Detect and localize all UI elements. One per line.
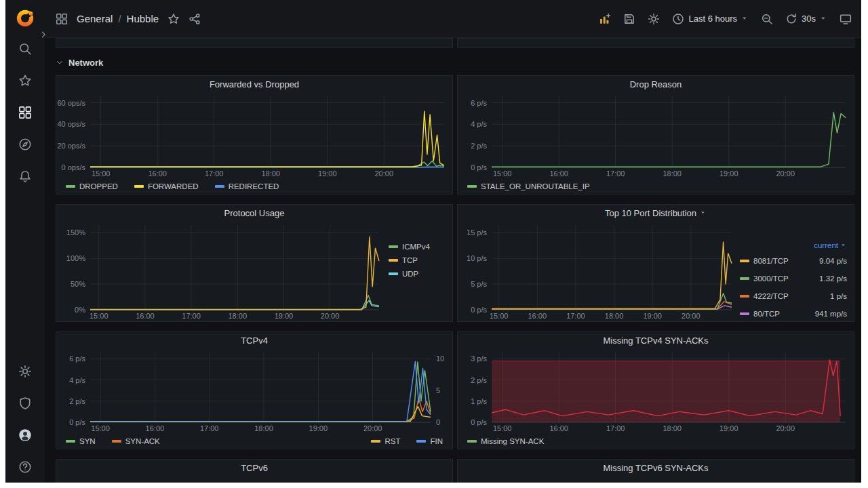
sidebar-item-configuration[interactable]: [5, 355, 45, 387]
legend-item-3000-tcp[interactable]: 3000/TCP1.32 p/s: [740, 272, 847, 285]
grafana-logo[interactable]: [15, 8, 35, 28]
star-dashboard-button[interactable]: [167, 13, 180, 25]
y-tick-label: 60 ops/s: [57, 99, 85, 107]
breadcrumb-folder[interactable]: General: [77, 13, 113, 24]
x-tick-label: 16:00: [549, 169, 568, 178]
chart: 15:0016:0017:0018:0019:0020:0060 ops/s40…: [56, 92, 452, 179]
sidebar-item-server-admin[interactable]: [5, 387, 45, 419]
panel-title[interactable]: TCPv6: [241, 463, 268, 473]
y-tick-label: 50%: [71, 280, 85, 288]
dashboard-squares-icon: [56, 13, 68, 25]
legend-item-8081-tcp[interactable]: 8081/TCP9.04 p/s: [740, 255, 847, 267]
legend-item-stale-or-unroutable-ip[interactable]: STALE_OR_UNROUTABLE_IP: [467, 182, 590, 190]
panel-title[interactable]: Drop Reason: [630, 79, 682, 89]
sidebar-item-profile[interactable]: [5, 419, 45, 451]
chart-canvas[interactable]: 15:0016:0017:0018:0019:0020:0060 ops/s40…: [56, 92, 452, 179]
y-tick-label: 4 p/s: [471, 120, 487, 128]
chart-canvas[interactable]: 15:0016:0017:0018:0019:0020:006 p/s4 p/s…: [458, 92, 854, 179]
add-panel-button[interactable]: [599, 13, 611, 25]
legend-swatch: [467, 185, 477, 188]
x-tick-label: 19:00: [719, 169, 738, 178]
y-tick-label: 2 p/s: [471, 376, 487, 384]
legend-item-dropped[interactable]: DROPPED: [66, 182, 118, 190]
sidebar-item-help[interactable]: [5, 451, 45, 483]
series-icmpv4: [90, 296, 379, 310]
sidebar-item-dashboards[interactable]: [5, 96, 45, 128]
y-tick-label: 6 p/s: [471, 99, 487, 107]
legend: Missing SYN-ACK: [458, 434, 854, 449]
chart: 15:0016:0017:0018:0019:0020:00150%100%50…: [56, 221, 387, 321]
bell-icon: [18, 169, 32, 183]
chart-canvas[interactable]: 15:0016:0017:0018:0019:0020:0015 p/s10 p…: [458, 221, 740, 321]
x-tick-label: 17:00: [606, 424, 625, 432]
legend-swatch: [389, 245, 398, 248]
gridlines: [90, 96, 444, 167]
legend-label: 8081/TCP: [753, 257, 789, 265]
row-header-network[interactable]: Network: [56, 54, 854, 71]
x-tick-label: 15:00: [91, 424, 110, 432]
x-tick-label: 16:00: [146, 424, 165, 432]
x-tick-label: 18:00: [605, 312, 624, 320]
series-3000-tcp: [492, 293, 732, 309]
panel-title[interactable]: TCPv4: [241, 336, 268, 346]
refresh-interval-label: 30s: [802, 14, 816, 24]
legend-item-tcp[interactable]: TCP: [389, 256, 450, 264]
gridlines: [90, 225, 379, 310]
series-syn: [90, 362, 431, 422]
series-syn-ack: [90, 398, 431, 422]
sidebar-collapse-button[interactable]: [39, 30, 48, 39]
panel-title[interactable]: Protocol Usage: [224, 208, 285, 218]
legend-label: STALE_OR_UNROUTABLE_IP: [481, 182, 590, 190]
x-tick-label: 17:00: [182, 312, 201, 320]
sidebar-item-alerting[interactable]: [5, 160, 45, 192]
series-tcp: [90, 237, 379, 309]
x-tick-label: 19:00: [318, 169, 337, 178]
zoom-out-button[interactable]: [761, 13, 773, 25]
breadcrumb-dashboard[interactable]: Hubble: [127, 13, 159, 24]
sidebar-item-starred[interactable]: [5, 64, 45, 96]
save-dashboard-button[interactable]: [623, 13, 635, 25]
legend-item-udp[interactable]: UDP: [389, 270, 450, 278]
legend-item-syn-ack[interactable]: SYN-ACK: [112, 437, 160, 445]
legend-item-redirected[interactable]: REDIRECTED: [215, 182, 279, 190]
panel-title[interactable]: Missing TCPv4 SYN-ACKs: [603, 336, 708, 346]
series-8081-tcp: [492, 242, 732, 309]
chart-canvas[interactable]: 15:0016:0017:0018:0019:0020:003 p/s2 p/s…: [458, 348, 854, 434]
y-tick-label: 150%: [66, 228, 85, 237]
legend-item-icmpv4[interactable]: ICMPv4: [389, 243, 450, 251]
legend-item-forwarded[interactable]: FORWARDED: [134, 182, 199, 190]
legend-swatch: [112, 440, 121, 443]
legend-sort-current[interactable]: current: [814, 241, 847, 249]
dashboard-settings-button[interactable]: [648, 13, 660, 25]
y-tick-label: 0 p/s: [69, 418, 85, 426]
sidebar: [5, 0, 45, 483]
share-dashboard-button[interactable]: [189, 13, 201, 25]
legend-item-4222-tcp[interactable]: 4222/TCP1 p/s: [740, 290, 847, 302]
x-tick-label: 19:00: [643, 312, 662, 320]
x-tick-label: 20:00: [374, 169, 393, 178]
y-right-tick-label: 5: [436, 386, 440, 394]
chart-canvas[interactable]: 15:0016:0017:0018:0019:0020:006 p/s4 p/s…: [56, 348, 452, 434]
legend-item-fin[interactable]: FIN: [416, 437, 443, 445]
refresh-button[interactable]: 30s: [785, 13, 827, 25]
caret-down-icon: [820, 15, 827, 22]
panel-fragment-left: [56, 38, 453, 48]
y-tick-label: 0%: [75, 306, 85, 314]
sidebar-item-explore[interactable]: [5, 128, 45, 160]
shield-icon: [18, 396, 32, 410]
chart-canvas[interactable]: 15:0016:0017:0018:0019:0020:00150%100%50…: [56, 221, 387, 321]
legend-item-missing-syn-ack[interactable]: Missing SYN-ACK: [467, 437, 544, 445]
star-icon: [18, 74, 32, 87]
y-tick-label: 40 ops/s: [57, 120, 85, 128]
panel-title[interactable]: Forwarded vs Dropped: [210, 79, 299, 89]
cycle-view-button[interactable]: [840, 13, 852, 25]
legend-item-rst[interactable]: RST: [371, 437, 400, 445]
legend-item-80-tcp[interactable]: 80/TCP941 mp/s: [740, 308, 847, 320]
panel-title[interactable]: Missing TCPv6 SYN-ACKs: [603, 463, 708, 473]
legend: STALE_OR_UNROUTABLE_IP: [458, 179, 854, 194]
x-tick-label: 16:00: [549, 424, 568, 432]
time-picker-button[interactable]: Last 6 hours: [672, 13, 749, 25]
scrolled-panel-fragments: [56, 38, 854, 48]
legend-item-syn[interactable]: SYN: [66, 437, 96, 445]
panel-title[interactable]: Top 10 Port Distribution: [605, 208, 707, 218]
